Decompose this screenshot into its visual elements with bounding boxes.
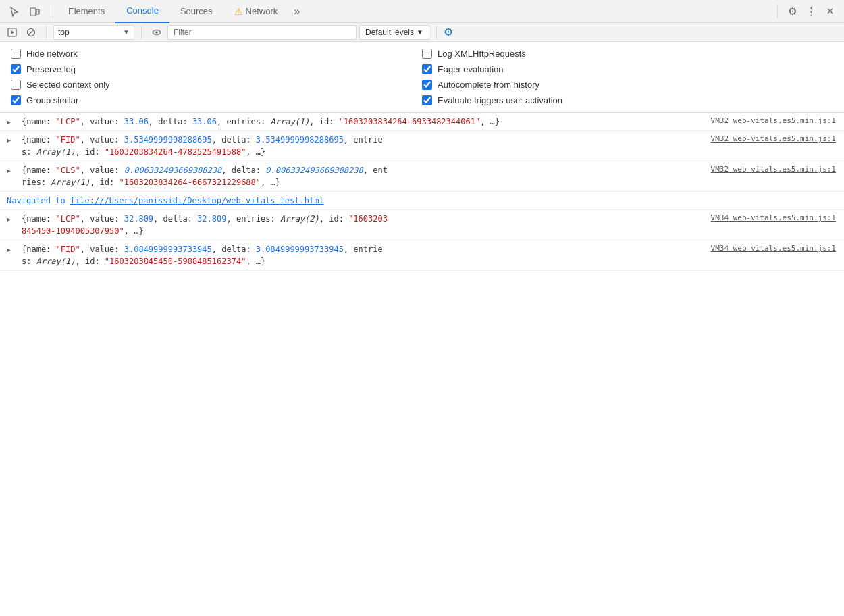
default-levels-label: Default levels	[365, 28, 414, 37]
svg-point-6	[155, 31, 158, 34]
eval-triggers-label: Evaluate triggers user activation	[438, 95, 562, 105]
top-right-divider	[777, 5, 778, 18]
source-link-1[interactable]: VM32 web-vitals.es5.min.js:1	[711, 116, 836, 127]
checkbox-eager-eval[interactable]: Eager evaluation	[422, 64, 833, 74]
expand-arrow-1[interactable]: ▶	[7, 117, 11, 127]
console-entry-fid-2: ▶ VM34 web-vitals.es5.min.js:1 {name: "F…	[0, 240, 844, 271]
source-link-4[interactable]: VM34 web-vitals.es5.min.js:1	[711, 213, 836, 224]
eager-eval-label: Eager evaluation	[438, 64, 504, 74]
tab-console[interactable]: Console	[115, 0, 169, 23]
default-levels-arrow-icon: ▼	[417, 28, 423, 36]
selected-context-checkbox[interactable]	[11, 80, 21, 90]
tab-bar-divider	[53, 5, 53, 18]
source-link-5[interactable]: VM34 web-vitals.es5.min.js:1	[711, 243, 836, 255]
toolbar-divider2	[141, 26, 142, 39]
device-icon-btn[interactable]	[26, 3, 43, 20]
console-entry-cls-1: ▶ VM32 web-vitals.es5.min.js:1 {name: "C…	[0, 161, 844, 192]
console-output: ▶ VM32 web-vitals.es5.min.js:1 {name: "L…	[0, 113, 844, 271]
tab-more-btn[interactable]: »	[288, 0, 305, 23]
warning-icon: ⚠	[234, 6, 243, 17]
checkbox-log-xmlhttp[interactable]: Log XMLHttpRequests	[422, 49, 833, 59]
expand-arrow-5[interactable]: ▶	[7, 245, 11, 255]
nav-text: Navigated to	[7, 196, 70, 205]
expand-arrow-2[interactable]: ▶	[7, 135, 11, 145]
more-icon-btn[interactable]: ⋮	[802, 3, 820, 20]
tab-elements-label: Elements	[68, 6, 105, 16]
checkbox-autocomplete[interactable]: Autocomplete from history	[422, 80, 833, 90]
close-icon: ✕	[826, 6, 834, 16]
toolbar-divider3	[436, 26, 437, 39]
context-value: top	[58, 28, 70, 37]
context-arrow-icon: ▼	[123, 28, 130, 36]
tab-sources[interactable]: Sources	[169, 0, 223, 23]
source-link-2[interactable]: VM32 web-vitals.es5.min.js:1	[711, 134, 836, 145]
tab-more-label: »	[294, 5, 300, 18]
console-entry-lcp-2: ▶ VM34 web-vitals.es5.min.js:1 {name: "L…	[0, 210, 844, 240]
expand-arrow-3[interactable]: ▶	[7, 165, 11, 176]
tab-elements[interactable]: Elements	[57, 0, 115, 23]
console-settings-panel: Hide network Log XMLHttpRequests Preserv…	[0, 42, 844, 113]
tab-network[interactable]: ⚠ Network	[223, 0, 289, 23]
checkbox-eval-triggers[interactable]: Evaluate triggers user activation	[422, 95, 833, 105]
autocomplete-label: Autocomplete from history	[438, 80, 539, 90]
tab-bar-left-icons	[5, 3, 43, 20]
selected-context-label: Selected context only	[26, 80, 110, 90]
hide-network-checkbox[interactable]	[11, 49, 21, 59]
expand-arrow-4[interactable]: ▶	[7, 214, 11, 224]
group-similar-label: Group similar	[26, 95, 78, 105]
eye-btn[interactable]	[149, 24, 165, 41]
tab-network-label: Network	[246, 6, 278, 16]
nav-link[interactable]: file:///Users/panissidi/Desktop/web-vita…	[70, 196, 324, 205]
context-selector[interactable]: top ▼	[53, 25, 134, 40]
svg-line-4	[28, 30, 34, 35]
eager-eval-checkbox[interactable]	[422, 64, 432, 74]
console-toolbar: top ▼ Default levels ▼ ⚙	[0, 23, 844, 42]
toolbar-divider	[46, 26, 47, 39]
cursor-icon-btn[interactable]	[5, 3, 23, 20]
default-levels-btn[interactable]: Default levels ▼	[359, 25, 429, 40]
console-settings-gear-icon[interactable]: ⚙	[444, 26, 453, 38]
log-xmlhttp-checkbox[interactable]	[422, 49, 432, 59]
source-link-3[interactable]: VM32 web-vitals.es5.min.js:1	[711, 164, 836, 176]
preserve-log-checkbox[interactable]	[11, 64, 21, 74]
gear-icon: ⚙	[788, 5, 797, 18]
console-nav-entry: Navigated to file:///Users/panissidi/Des…	[0, 192, 844, 210]
close-icon-btn[interactable]: ✕	[821, 3, 839, 20]
console-entry-lcp-1: ▶ VM32 web-vitals.es5.min.js:1 {name: "L…	[0, 113, 844, 131]
checkbox-preserve-log[interactable]: Preserve log	[11, 64, 422, 74]
checkbox-selected-context[interactable]: Selected context only	[11, 80, 422, 90]
autocomplete-checkbox[interactable]	[422, 80, 432, 90]
console-entry-fid-1: ▶ VM32 web-vitals.es5.min.js:1 {name: "F…	[0, 131, 844, 161]
preserve-log-label: Preserve log	[26, 64, 76, 74]
group-similar-checkbox[interactable]	[11, 95, 21, 105]
eval-triggers-checkbox[interactable]	[422, 95, 432, 105]
tab-bar: Elements Console Sources ⚠ Network » ⚙ ⋮…	[0, 0, 844, 23]
log-xmlhttp-label: Log XMLHttpRequests	[438, 49, 526, 59]
top-right-toolbar: ⚙ ⋮ ✕	[773, 3, 839, 20]
filter-input[interactable]	[167, 25, 357, 40]
play-btn[interactable]	[4, 24, 20, 41]
checkbox-group-similar[interactable]: Group similar	[11, 95, 422, 105]
block-btn[interactable]	[23, 24, 39, 41]
tab-console-label: Console	[126, 5, 159, 16]
settings-icon-btn[interactable]: ⚙	[783, 3, 801, 20]
hide-network-label: Hide network	[26, 49, 78, 59]
checkbox-hide-network[interactable]: Hide network	[11, 49, 422, 59]
svg-rect-1	[36, 9, 39, 14]
svg-rect-0	[30, 8, 36, 16]
more-dots-icon: ⋮	[806, 5, 816, 18]
tab-sources-label: Sources	[180, 6, 213, 16]
